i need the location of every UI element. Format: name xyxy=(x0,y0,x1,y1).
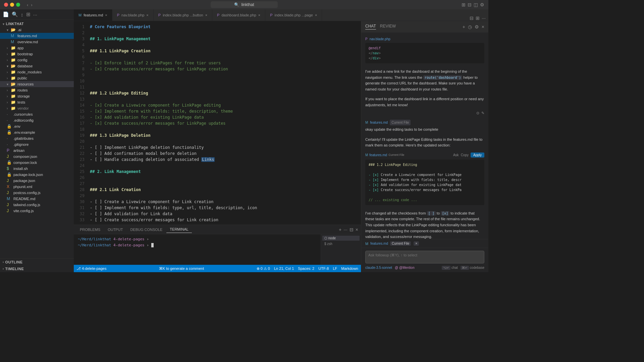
editor-text[interactable]: # Core Features Blueprint ## 1. LinkPage… xyxy=(87,21,361,225)
terminal-tab-terminal[interactable]: TERMINAL xyxy=(166,226,192,233)
tree-item-tests[interactable]: › 📁 tests xyxy=(0,99,74,105)
tree-item-vite[interactable]: J vite.config.js xyxy=(0,208,74,214)
tab-close-index-blade-page[interactable]: × xyxy=(315,13,317,17)
tab-close-index-blade-btn[interactable]: × xyxy=(205,13,207,17)
more-icon[interactable]: ··· xyxy=(33,12,38,17)
search-icon[interactable]: 🔍 xyxy=(12,11,18,17)
terminal-add-icon[interactable]: + xyxy=(339,227,341,232)
apply-button[interactable]: Apply xyxy=(471,153,484,158)
tree-item-storage[interactable]: › 📁 storage xyxy=(0,93,74,99)
tree-item-install-sh[interactable]: $ install.sh xyxy=(0,166,74,172)
statusbar-left: ⎇ 4-delete-pages xyxy=(76,266,106,271)
terminal-tab-problems[interactable]: PROBLEMS xyxy=(76,226,104,233)
tab-nav-blade[interactable]: P nav.blade.php × xyxy=(112,9,154,21)
tab-index-blade-button[interactable]: P index.blade.php ...button × xyxy=(154,9,212,21)
tab-dashboard-blade[interactable]: P dashboard.blade.php × xyxy=(212,9,265,21)
statusbar-errors[interactable]: ⊗ 0 ⚠ 0 xyxy=(257,266,270,271)
layout-icon-2[interactable]: ⊟ xyxy=(468,2,472,7)
source-control-icon[interactable]: ↕ xyxy=(21,12,23,17)
statusbar-spaces[interactable]: Spaces: 2 xyxy=(298,266,314,270)
tree-item-phpunit-xml[interactable]: X phpunit.xml xyxy=(0,184,74,190)
chat-header: CHAT REVIEW + ◷ ⚙ × xyxy=(361,21,488,33)
copy-button[interactable]: Copy xyxy=(461,153,469,158)
tree-item-config[interactable]: › 📁 config xyxy=(0,57,74,63)
tree-item-env[interactable]: 🔒 .env xyxy=(0,123,74,129)
chat-add-icon[interactable]: + xyxy=(463,24,465,29)
tree-item-readme[interactable]: M README.md xyxy=(0,196,74,202)
layout-icon-3[interactable]: ◫ xyxy=(474,2,478,7)
edit-icon-1[interactable]: ✎ xyxy=(481,110,484,116)
footer-tag-close[interactable]: × xyxy=(414,241,419,246)
copy-icon-1[interactable]: ⊙ xyxy=(476,110,479,116)
statusbar-encoding[interactable]: UTF-8 xyxy=(318,266,329,270)
statusbar-eol[interactable]: LF xyxy=(333,266,337,270)
timeline-section[interactable]: › TIMELINE xyxy=(0,265,74,272)
tree-item-package-lock[interactable]: 🔒 package-lock.json xyxy=(0,172,74,178)
terminal-close-icon[interactable]: × xyxy=(356,227,358,232)
tree-item-features-md[interactable]: M features.md xyxy=(0,33,74,39)
terminal-process-node[interactable]: ⬡ node xyxy=(322,236,360,241)
nav-forward-button[interactable]: › xyxy=(31,2,32,7)
terminal-process-zsh[interactable]: $ zsh xyxy=(322,241,360,246)
statusbar-info[interactable]: Ln 21, Col 1 xyxy=(274,266,294,270)
tree-item-tailwind[interactable]: J tailwind.config.js xyxy=(0,202,74,208)
tab-close-features-md[interactable]: × xyxy=(105,13,107,17)
terminal-split-icon[interactable]: ⊟ xyxy=(350,227,354,232)
terminal-tab-output[interactable]: OUTPUT xyxy=(104,226,126,233)
tree-item-gitignore[interactable]: · .gitignore xyxy=(0,141,74,147)
tree-item-public[interactable]: › 📁 public xyxy=(0,75,74,81)
chat-settings-icon[interactable]: ⚙ xyxy=(475,24,479,29)
tree-root-header[interactable]: ▾ LINKTHAT xyxy=(0,21,74,27)
split-editor-icon[interactable]: ⊟ xyxy=(470,15,474,21)
tree-item-node-modules[interactable]: › 📁 node_modules xyxy=(0,69,74,75)
tab-close-nav-blade[interactable]: × xyxy=(146,13,148,17)
terminal-more-icon[interactable]: ··· xyxy=(343,227,347,232)
tree-item-vendor[interactable]: › 📁 vendor xyxy=(0,105,74,111)
statusbar-language[interactable]: Markdown xyxy=(341,266,358,270)
explorer-icon[interactable]: ⊞ xyxy=(26,11,31,17)
chat-close-icon[interactable]: × xyxy=(482,24,484,29)
ask-button[interactable]: Ask xyxy=(453,153,459,158)
layout-icon-1[interactable]: ⊞ xyxy=(462,2,466,7)
tree-item-bootstrap[interactable]: › 📁 bootstrap xyxy=(0,51,74,57)
minimize-button[interactable] xyxy=(10,3,14,7)
tree-item-env-example[interactable]: 🔒 .env.example xyxy=(0,129,74,135)
outline-section[interactable]: › OUTLINE xyxy=(0,259,74,265)
nav-back-button[interactable]: ‹ xyxy=(27,2,28,7)
mention-button[interactable]: @ @Mention xyxy=(395,266,415,269)
tree-item-editorconfig[interactable]: · .editorconfig xyxy=(0,117,74,123)
chat-tab-review[interactable]: REVIEW xyxy=(380,24,396,29)
tree-item-artisan[interactable]: P artisan xyxy=(0,147,74,154)
tree-item-postcss[interactable]: J postcss.config.js xyxy=(0,190,74,196)
tree-item-app[interactable]: › 📁 app xyxy=(0,45,74,51)
tree-item-composer-json[interactable]: J composer.json xyxy=(0,154,74,160)
tree-item-database[interactable]: ▾ 📂 database xyxy=(0,63,74,69)
tree-item-routes[interactable]: › 📁 routes xyxy=(0,87,74,93)
tree-item-gitattributes[interactable]: · .gitattributes xyxy=(0,135,74,141)
new-file-icon[interactable]: 📄 xyxy=(3,11,9,17)
tree-item-ai[interactable]: ▾ 📂 .ai xyxy=(0,27,74,33)
chat-input[interactable] xyxy=(365,251,484,263)
settings-icon[interactable]: ⚙ xyxy=(480,2,484,7)
chat-body[interactable]: P nav.blade.php @endif </nav> </div> I'v… xyxy=(361,33,488,239)
tree-item-resources[interactable]: ▾ 📂 resources xyxy=(0,81,74,87)
tab-features-md[interactable]: M features.md × xyxy=(74,9,112,21)
tree-label-config: config xyxy=(17,58,27,62)
tree-item-overview-md[interactable]: M overview.md xyxy=(0,39,74,45)
chat-history-icon[interactable]: ◷ xyxy=(468,24,472,29)
tree-item-cursorrules[interactable]: · .cursorrules xyxy=(0,111,74,117)
maximize-button[interactable] xyxy=(16,3,20,7)
terminal-tab-debug[interactable]: DEBUG CONSOLE xyxy=(127,226,166,233)
titlebar-search[interactable]: 🔍 linkthat xyxy=(211,1,278,8)
tree-item-composer-lock[interactable]: 🔒 composer.lock xyxy=(0,160,74,166)
chat-tab-chat[interactable]: CHAT xyxy=(365,24,376,29)
layout-icon[interactable]: ⊞ xyxy=(476,15,480,21)
terminal-content[interactable]: ~/Herd/linkthat 4-delete-pages › ~/Herd/… xyxy=(74,234,321,265)
statusbar-branch[interactable]: ⎇ 4-delete-pages xyxy=(76,266,106,271)
tree-item-package-json[interactable]: J package.json xyxy=(0,178,74,184)
tab-close-dashboard-blade[interactable]: × xyxy=(258,13,260,17)
tab-index-blade-page[interactable]: P index.blade.php ...page × xyxy=(265,9,322,21)
more-actions-icon[interactable]: ··· xyxy=(482,15,486,21)
terminal-sidebar: ⬡ node $ zsh xyxy=(321,234,361,265)
close-button[interactable] xyxy=(4,3,8,7)
